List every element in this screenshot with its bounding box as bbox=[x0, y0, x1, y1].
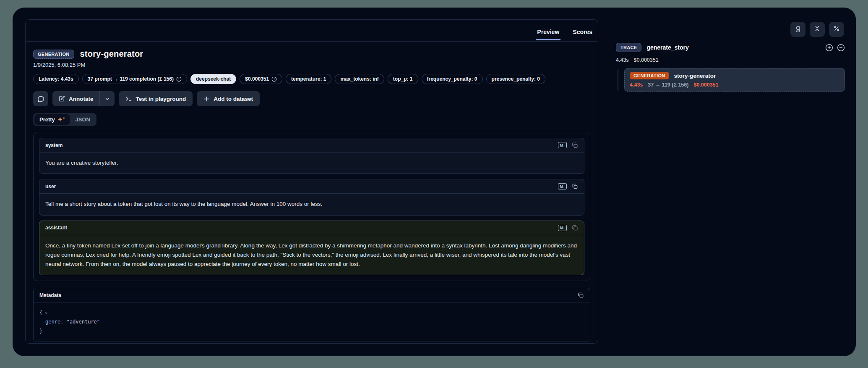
message-content: Tell me a short story about a token that… bbox=[39, 194, 584, 215]
system-message-card: system M↓ You are a creative storyteller… bbox=[39, 138, 584, 174]
chevrons-collapse-icon bbox=[814, 25, 821, 34]
percent-metrics-button[interactable] bbox=[829, 22, 844, 37]
messages-container: system M↓ You are a creative storyteller… bbox=[33, 132, 590, 281]
user-message-card: user M↓ Tell me a short story about a to… bbox=[39, 179, 584, 215]
message-content: You are a creative storyteller. bbox=[39, 152, 584, 173]
copy-icon[interactable] bbox=[578, 292, 584, 298]
add-to-dataset-button[interactable]: Add to dataset bbox=[197, 91, 260, 106]
node-latency: 4.43s bbox=[630, 82, 643, 88]
message-role: assistant bbox=[45, 225, 67, 231]
message-role: system bbox=[45, 142, 63, 148]
plus-icon bbox=[203, 96, 210, 102]
markdown-toggle-icon[interactable]: M↓ bbox=[558, 142, 567, 148]
trace-latency: 4.43s bbox=[616, 57, 629, 63]
node-tokens: 37 → 119 (Σ 156) bbox=[648, 82, 688, 88]
trace-type-badge: TRACE bbox=[616, 43, 641, 52]
generation-type-badge: GENERATION bbox=[33, 50, 74, 59]
copy-icon[interactable] bbox=[572, 183, 578, 189]
top-p-badge: top_p: 1 bbox=[388, 74, 418, 84]
action-buttons: Annotate Test in playground bbox=[33, 91, 590, 106]
annotate-dropdown-button[interactable] bbox=[100, 91, 115, 106]
json-value: "adventure" bbox=[67, 319, 100, 325]
node-cost: $0.000351 bbox=[693, 82, 718, 88]
collapse-chevron-icon[interactable] bbox=[44, 311, 48, 315]
test-in-playground-button[interactable]: Test in playground bbox=[119, 91, 193, 106]
markdown-toggle-icon[interactable]: M↓ bbox=[558, 225, 567, 231]
comment-icon bbox=[37, 95, 44, 103]
message-role: user bbox=[45, 184, 56, 189]
cost-badge: $0.000351 bbox=[240, 74, 282, 84]
latency-badge: Latency: 4.43s bbox=[33, 74, 79, 84]
node-generation-badge: GENERATION bbox=[630, 72, 669, 79]
chevron-down-icon bbox=[104, 96, 110, 102]
timestamp: 1/9/2025, 6:08:25 PM bbox=[33, 62, 590, 68]
model-badge[interactable]: deepseek-chat bbox=[190, 74, 236, 84]
comment-button[interactable] bbox=[33, 91, 48, 106]
message-content: Once, a tiny token named Lex set off to … bbox=[39, 235, 584, 275]
app-window: Preview Scores GENERATION story-generato… bbox=[13, 8, 856, 356]
annotate-button[interactable]: Annotate bbox=[52, 91, 99, 106]
metadata-json: { genre: "adventure" } bbox=[34, 302, 590, 342]
node-title: story-generator bbox=[674, 73, 716, 79]
markdown-toggle-icon[interactable]: M↓ bbox=[558, 183, 567, 189]
trace-cost: $0.000351 bbox=[634, 57, 659, 63]
presence-penalty-badge: presence_penalty: 0 bbox=[486, 74, 545, 84]
temperature-badge: temperature: 1 bbox=[286, 74, 331, 84]
page-title: story-generator bbox=[80, 49, 143, 59]
copy-icon[interactable] bbox=[572, 142, 578, 148]
parameter-badges: Latency: 4.43s 37 prompt → 119 completio… bbox=[33, 74, 590, 84]
trace-title[interactable]: generate_story bbox=[646, 44, 688, 51]
terminal-icon bbox=[125, 95, 132, 102]
json-key: genre: bbox=[45, 319, 63, 325]
expand-all-icon[interactable] bbox=[825, 44, 833, 52]
tab-preview[interactable]: Preview bbox=[536, 29, 560, 40]
tree-node-story-generator[interactable]: GENERATION story-generator 4.43s 37 → 11… bbox=[624, 68, 845, 92]
collapse-button[interactable] bbox=[810, 22, 825, 37]
sparkles-icon: ✦✦ bbox=[58, 117, 65, 122]
trace-sidebar: TRACE generate_story 4.43s $0.000351 GEN… bbox=[613, 8, 856, 344]
percent-icon bbox=[833, 25, 840, 34]
collapse-all-icon[interactable] bbox=[837, 44, 845, 52]
info-icon[interactable] bbox=[271, 76, 277, 82]
metadata-title: Metadata bbox=[39, 292, 61, 298]
copy-icon[interactable] bbox=[572, 225, 578, 231]
view-format-toggle: Pretty ✦✦ JSON bbox=[33, 113, 96, 126]
frequency-penalty-badge: frequency_penalty: 0 bbox=[422, 74, 483, 84]
annotate-split-button: Annotate bbox=[52, 91, 115, 106]
observation-content: GENERATION story-generator 1/9/2025, 6:0… bbox=[26, 42, 598, 350]
scores-award-button[interactable] bbox=[790, 22, 805, 37]
preview-tabbar: Preview Scores bbox=[26, 20, 598, 42]
metadata-panel: Metadata { genre: "adventure" } bbox=[33, 288, 590, 342]
info-icon[interactable] bbox=[176, 76, 182, 82]
assistant-message-card: assistant M↓ Once, a tiny token named Le… bbox=[39, 221, 584, 276]
trace-tree: GENERATION story-generator 4.43s 37 → 11… bbox=[616, 68, 845, 92]
toggle-json[interactable]: JSON bbox=[70, 114, 95, 125]
annotate-pen-icon bbox=[58, 95, 65, 102]
max-tokens-badge: max_tokens: inf bbox=[335, 74, 384, 84]
award-icon bbox=[795, 25, 802, 34]
observation-preview-panel: Preview Scores GENERATION story-generato… bbox=[25, 19, 598, 344]
toggle-pretty[interactable]: Pretty ✦✦ bbox=[34, 114, 70, 125]
tab-scores[interactable]: Scores bbox=[571, 29, 594, 40]
token-usage-badge: 37 prompt → 119 completion (Σ 156) bbox=[82, 74, 187, 84]
